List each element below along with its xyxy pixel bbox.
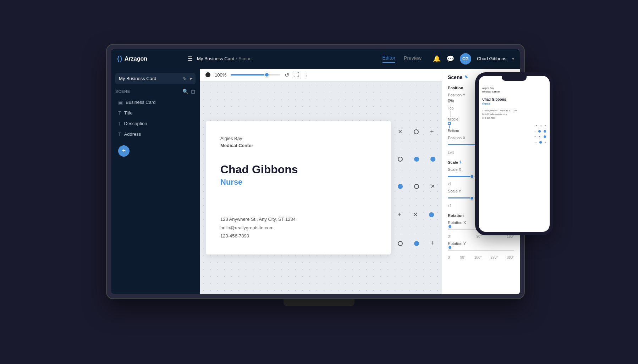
canvas: Algies Bay Medical Center Chad Gibbons N… <box>200 82 442 294</box>
sidebar-item-label: Description <box>124 121 147 126</box>
grid-cell[interactable] <box>429 212 434 217</box>
zoom-indicator <box>205 72 210 77</box>
header-right: 🔔 💬 CG Chad Gibbons ▾ <box>433 53 514 65</box>
grid-row-1: ✕ + <box>398 128 435 135</box>
grid-cell[interactable] <box>414 129 419 134</box>
mobile-contact: 123 Anywhere St., Any City, ST 1234 hell… <box>482 109 546 120</box>
sidebar-item-business-card[interactable]: ▣ Business Card <box>115 97 196 108</box>
grid-cell[interactable]: + <box>430 128 434 135</box>
sidebar-item-label: Title <box>124 110 133 116</box>
rotation-y-slider[interactable] <box>448 247 514 254</box>
zoom-slider[interactable] <box>231 74 280 75</box>
sidebar-project[interactable]: My Business Card ✎ ▾ <box>115 73 196 84</box>
project-name: My Business Card <box>119 76 156 81</box>
editor-area: 100% ↺ ⛶ ⋮ <box>200 69 442 294</box>
business-card: Algies Bay Medical Center Chad Gibbons N… <box>206 121 391 254</box>
mobile-card-content: Algies BayMedical Center Chad Gibbons Nu… <box>479 84 550 146</box>
grid-cell[interactable]: + <box>430 240 434 247</box>
grid-cell[interactable] <box>398 184 403 189</box>
sidebar: My Business Card ✎ ▾ SCENE 🔍 ◻ <box>111 69 200 294</box>
grid-cell[interactable]: ✕ <box>398 128 402 135</box>
zoom-value: 100% <box>215 72 226 78</box>
chevron-down-icon[interactable]: ▾ <box>512 56 514 61</box>
more-options-icon[interactable]: ⋮ <box>303 72 309 78</box>
text-icon: T <box>118 121 121 127</box>
tab-editor[interactable]: Editor <box>383 55 396 63</box>
mobile-title: Nurse <box>482 102 546 105</box>
text-icon: T <box>118 110 121 116</box>
grid-cell[interactable] <box>430 157 435 162</box>
sidebar-item-description[interactable]: T Description <box>115 118 196 129</box>
grid-cell[interactable] <box>398 157 403 162</box>
editor-toolbar: 100% ↺ ⛶ ⋮ <box>200 69 442 82</box>
card-title: Nurse <box>220 178 376 187</box>
scene-label: SCENE 🔍 ◻ <box>115 89 196 94</box>
chat-icon[interactable]: 💬 <box>446 55 454 63</box>
pos-top: Top <box>448 106 453 110</box>
app-logo: ⟨⟩ Arzagon <box>117 55 188 63</box>
app-name: Arzagon <box>125 56 147 62</box>
card-name: Chad Gibbons <box>220 163 376 176</box>
search-icon[interactable]: 🔍 <box>182 89 189 94</box>
fullscreen-icon[interactable]: ⛶ <box>293 72 299 78</box>
pos-middle: Middle <box>448 117 458 121</box>
undo-icon[interactable]: ↺ <box>285 72 289 78</box>
scene-icons: 🔍 ◻ <box>182 89 196 94</box>
mobile-preview: Algies BayMedical Center Chad Gibbons Nu… <box>475 72 553 235</box>
mobile-notch <box>502 76 527 81</box>
rotation-y-label: Rotation Y <box>448 241 514 246</box>
image-icon: ▣ <box>118 100 123 105</box>
chevron-down-icon[interactable]: ▾ <box>189 76 192 82</box>
avatar: CG <box>460 53 471 65</box>
breadcrumb-main[interactable]: My Business Card <box>197 56 234 61</box>
sidebar-item-title[interactable]: T Title <box>115 108 196 118</box>
breadcrumb-separator: / <box>236 56 237 61</box>
mobile-company: Algies BayMedical Center <box>482 86 546 94</box>
grid-cell[interactable] <box>398 241 403 246</box>
grid-cell[interactable] <box>414 241 419 246</box>
position-grid: ✕ + <box>398 121 435 247</box>
grid-row-2 <box>398 157 435 162</box>
app-header: ⟨⟩ Arzagon ☰ My Business Card / Scene Ed… <box>111 49 520 69</box>
panel-edit-icon[interactable]: ✎ <box>464 75 468 80</box>
add-element-button[interactable]: + <box>118 145 130 157</box>
menu-icon[interactable]: ☰ <box>188 55 193 62</box>
breadcrumb: ☰ My Business Card / Scene <box>188 55 383 62</box>
grid-row-5: + <box>398 240 435 247</box>
grid-cell[interactable]: + <box>398 211 402 218</box>
add-scene-icon[interactable]: ◻ <box>191 89 196 94</box>
grid-cell[interactable]: ✕ <box>413 211 418 218</box>
main-body: My Business Card ✎ ▾ SCENE 🔍 ◻ <box>111 69 520 294</box>
sidebar-item-address[interactable]: T Address <box>115 129 196 140</box>
mobile-name: Chad Gibbons <box>482 97 546 101</box>
sidebar-item-label: Business Card <box>126 100 156 105</box>
card-contact: 123 Anywhere St., Any City, ST 1234 hell… <box>220 215 376 240</box>
edit-icon[interactable]: ✎ <box>182 76 187 82</box>
mobile-grid: ✕ ○ + ○ + ✕ ○ + <box>482 124 546 144</box>
header-tabs: Editor Preview <box>383 55 422 63</box>
user-name: Chad Gibbons <box>477 56 506 61</box>
breadcrumb-sub: Scene <box>238 56 252 61</box>
scale-info-icon[interactable]: ℹ <box>460 160 461 164</box>
grid-row-3: ✕ <box>398 183 435 190</box>
pos-bottom: Bottom <box>448 129 459 133</box>
project-actions: ✎ ▾ <box>182 76 192 82</box>
grid-cell[interactable] <box>414 184 419 189</box>
text-icon: T <box>118 131 121 137</box>
grid-row-4: + ✕ <box>398 211 435 218</box>
tab-preview[interactable]: Preview <box>404 55 422 62</box>
card-company: Algies Bay Medical Center <box>220 135 376 149</box>
grid-cell[interactable]: ✕ <box>430 183 435 190</box>
sidebar-item-label: Address <box>124 131 141 137</box>
bell-icon[interactable]: 🔔 <box>433 55 441 63</box>
logo-icon: ⟨⟩ <box>117 55 122 63</box>
grid-cell[interactable] <box>414 157 419 162</box>
rotation-y-labels: 0° 90° 180° 270° 360° <box>448 256 514 259</box>
